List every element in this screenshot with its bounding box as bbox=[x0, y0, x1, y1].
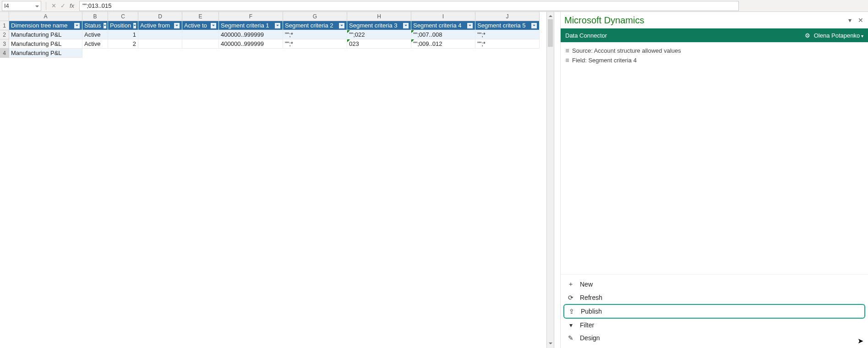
accept-formula-icon[interactable]: ✓ bbox=[58, 2, 67, 9]
cell[interactable]: "";* bbox=[475, 30, 540, 39]
column-header[interactable]: C bbox=[108, 12, 138, 21]
cell-value: 2 bbox=[133, 40, 136, 47]
column-header[interactable]: E bbox=[182, 12, 219, 21]
table-header-label: Segment criteria 2 bbox=[285, 22, 333, 29]
column-header[interactable]: J bbox=[475, 12, 540, 21]
info-text: Source: Account structure allowed values bbox=[572, 47, 681, 54]
sheet-wrap: ABCDEFGHIJ1Dimension tree nameStatusPosi… bbox=[0, 12, 554, 348]
table-header[interactable]: Segment criteria 3 bbox=[347, 21, 411, 30]
cell[interactable]: Manufacturing P&L bbox=[9, 30, 82, 39]
cell[interactable]: 2 bbox=[108, 39, 138, 49]
cancel-formula-icon[interactable]: ✕ bbox=[49, 2, 58, 9]
publish-icon: ⇪ bbox=[568, 308, 575, 315]
cell-value: "";* bbox=[477, 40, 486, 47]
pane-header-bar: Data Connector ⚙ Olena Potapenko bbox=[561, 28, 868, 42]
cell-value: Manufacturing P&L bbox=[11, 40, 62, 47]
user-dropdown[interactable]: Olena Potapenko bbox=[814, 32, 863, 39]
filter-dropdown-icon[interactable] bbox=[133, 22, 136, 29]
cell-value: 1 bbox=[133, 31, 136, 38]
cell[interactable]: "";009..012 bbox=[411, 39, 475, 49]
filter-dropdown-icon[interactable] bbox=[103, 22, 107, 29]
pane-close-icon[interactable]: ✕ bbox=[858, 17, 863, 24]
table-header[interactable]: Dimension tree name bbox=[9, 21, 82, 30]
column-header[interactable]: B bbox=[82, 12, 108, 21]
action-refresh[interactable]: ⟳ Refresh bbox=[563, 291, 865, 304]
cell[interactable]: "";022 bbox=[347, 30, 411, 39]
table-header[interactable]: Segment criteria 4 bbox=[411, 21, 475, 30]
column-header[interactable]: H bbox=[347, 12, 411, 21]
table-header[interactable]: Status bbox=[82, 21, 108, 30]
cell[interactable] bbox=[182, 39, 219, 49]
filter-dropdown-icon[interactable] bbox=[403, 22, 409, 29]
column-header[interactable]: I bbox=[411, 12, 475, 21]
column-header[interactable]: A bbox=[9, 12, 82, 21]
cell[interactable]: 400000..999999 bbox=[219, 30, 283, 39]
row-header[interactable]: 2 bbox=[0, 30, 9, 39]
cell[interactable]: 1 bbox=[108, 30, 138, 39]
fx-icon[interactable]: fx bbox=[67, 2, 76, 9]
action-filter[interactable]: ▾ Filter bbox=[563, 319, 865, 331]
plus-icon: ＋ bbox=[567, 280, 574, 288]
cell-value: "";009..012 bbox=[413, 40, 442, 47]
cell[interactable]: "";* bbox=[283, 30, 347, 39]
filter-dropdown-icon[interactable] bbox=[467, 22, 473, 29]
cell[interactable]: Manufacturing P&L bbox=[9, 39, 82, 49]
cell[interactable]: "";* bbox=[283, 39, 347, 49]
action-label: Design bbox=[580, 334, 600, 342]
column-header[interactable]: D bbox=[138, 12, 182, 21]
table-header[interactable]: Segment criteria 2 bbox=[283, 21, 347, 30]
select-all-corner[interactable] bbox=[0, 12, 9, 21]
column-header[interactable]: G bbox=[283, 12, 347, 21]
table-header-label: Active to bbox=[184, 22, 207, 29]
list-icon: ≣ bbox=[565, 48, 568, 54]
cell[interactable] bbox=[182, 30, 219, 39]
cell[interactable]: Manufacturing P&L bbox=[9, 49, 82, 58]
cell[interactable]: 400000..999999 bbox=[219, 39, 283, 49]
column-header[interactable]: F bbox=[219, 12, 283, 21]
cell-value: "";* bbox=[477, 31, 486, 38]
row-header[interactable]: 1 bbox=[0, 21, 9, 30]
gear-icon[interactable]: ⚙ bbox=[805, 32, 810, 39]
name-box[interactable]: I4 bbox=[2, 1, 41, 11]
cell[interactable]: Active bbox=[82, 30, 108, 39]
spreadsheet-grid[interactable]: ABCDEFGHIJ1Dimension tree nameStatusPosi… bbox=[0, 12, 554, 58]
table-header-label: Segment criteria 3 bbox=[349, 22, 398, 29]
filter-dropdown-icon[interactable] bbox=[338, 22, 345, 29]
scroll-up-icon[interactable] bbox=[547, 12, 554, 19]
action-design[interactable]: ✎ Design bbox=[563, 331, 865, 344]
cell[interactable] bbox=[138, 30, 182, 39]
cell-value: "";022 bbox=[349, 31, 365, 38]
table-header[interactable]: Active to bbox=[182, 21, 219, 30]
filter-dropdown-icon[interactable] bbox=[274, 22, 281, 29]
formula-bar: I4 ✕ ✓ fx "";013..015 bbox=[0, 0, 868, 12]
formula-input[interactable]: "";013..015 bbox=[79, 1, 739, 11]
cell-value: 400000..999999 bbox=[221, 31, 264, 38]
cell-value: "";* bbox=[285, 40, 293, 47]
cell[interactable]: "";007..008 bbox=[411, 30, 475, 39]
filter-dropdown-icon[interactable] bbox=[74, 22, 80, 29]
filter-dropdown-icon[interactable] bbox=[174, 22, 180, 29]
pane-gap bbox=[554, 12, 561, 348]
row-header[interactable]: 3 bbox=[0, 39, 9, 49]
pane-body: ≣ Source: Account structure allowed valu… bbox=[561, 42, 868, 274]
action-new[interactable]: ＋ New bbox=[563, 277, 865, 291]
row-header[interactable]: 4 bbox=[0, 49, 9, 58]
cell-value: Active bbox=[84, 40, 100, 47]
separator bbox=[46, 2, 46, 10]
vertical-scrollbar[interactable] bbox=[546, 12, 554, 348]
table-header[interactable]: Active from bbox=[138, 21, 182, 30]
cell-value: Manufacturing P&L bbox=[11, 31, 62, 38]
action-publish[interactable]: ⇪ Publish bbox=[563, 304, 865, 319]
pane-menu-icon[interactable]: ▾ bbox=[848, 17, 852, 24]
filter-dropdown-icon[interactable] bbox=[531, 22, 537, 29]
filter-dropdown-icon[interactable] bbox=[210, 22, 217, 29]
table-header[interactable]: Segment criteria 5 bbox=[475, 21, 540, 30]
action-label: Filter bbox=[580, 321, 594, 329]
scroll-thumb[interactable] bbox=[548, 19, 553, 47]
cell[interactable] bbox=[138, 39, 182, 49]
cell[interactable]: 023 bbox=[347, 39, 411, 49]
cell[interactable]: "";* bbox=[475, 39, 540, 49]
table-header[interactable]: Position bbox=[108, 21, 138, 30]
table-header[interactable]: Segment criteria 1 bbox=[219, 21, 283, 30]
cell[interactable]: Active bbox=[82, 39, 108, 49]
